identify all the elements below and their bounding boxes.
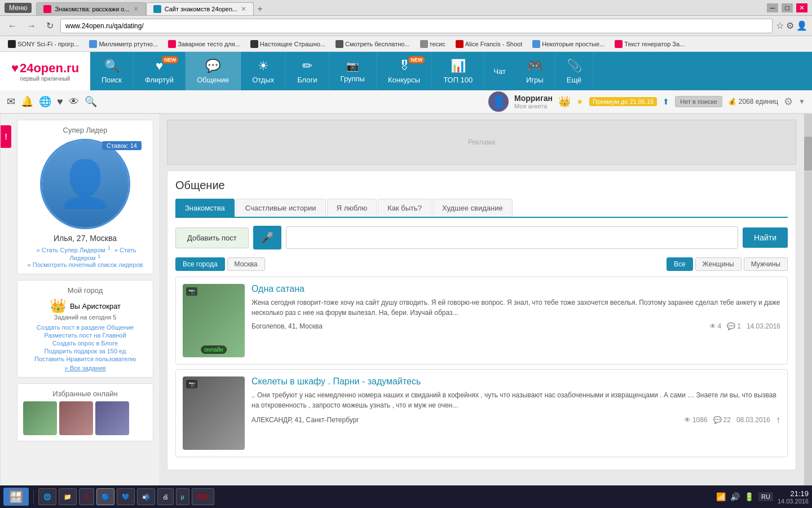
chat-label[interactable]: Чат	[493, 67, 506, 76]
nav-contests[interactable]: NEW 🎖 Конкурсы	[377, 52, 432, 90]
taskbar-skype[interactable]: 💙	[117, 488, 135, 505]
gender-filter-men[interactable]: Мужчины	[744, 257, 788, 271]
reload-button[interactable]: ↻	[43, 19, 57, 32]
taskbar-pdf[interactable]: PDF	[192, 488, 214, 505]
dropdown-arrow[interactable]: ▼	[798, 98, 805, 106]
bookmark-watch[interactable]: Смотреть бесплатно...	[332, 39, 413, 49]
avatar[interactable]: 👤	[488, 91, 509, 112]
task-5[interactable]: Поставить Нравится пользователю	[23, 356, 147, 362]
settings-icon[interactable]: ⚙	[784, 95, 793, 108]
profile-pic-container: 👤 Ставок: 14	[29, 139, 142, 229]
notification-exclaim[interactable]: !	[1, 125, 11, 148]
bookmark-tesis[interactable]: тесис	[417, 39, 449, 49]
new-tab-button[interactable]: +	[254, 3, 266, 15]
post-author-1: Боголепов, 41, Москва	[251, 322, 323, 330]
nav-flirt[interactable]: NEW ♥ Флиртуй	[134, 52, 186, 90]
site-logo[interactable]: ♥ 24open.ru первый приличный	[0, 52, 90, 90]
right-scrollbar[interactable]	[804, 114, 812, 508]
browser-menu-button[interactable]: Меню	[5, 3, 32, 13]
bookmark-sony[interactable]: SONY Sci-Fi - прогр...	[5, 39, 82, 49]
fav-avatar-1[interactable]	[23, 401, 57, 435]
tab-close-2[interactable]: ✕	[241, 5, 246, 13]
view-leaders-link[interactable]: » Посмотреть почетный список лидеров	[28, 261, 143, 268]
add-post-button[interactable]: Добавить пост	[175, 227, 249, 248]
mic-button[interactable]: 🎤	[253, 226, 281, 249]
gender-filter-all[interactable]: Все	[667, 257, 693, 271]
nav-rest[interactable]: ☀ Отдых	[241, 52, 286, 90]
taskbar-print[interactable]: 🖨	[157, 488, 174, 505]
bookmark-zavarnoe[interactable]: Заварное тесто для...	[165, 39, 244, 49]
browser-tab-2[interactable]: Сайт знакомств 24open... ✕	[146, 2, 254, 15]
forward-button[interactable]: →	[24, 20, 39, 32]
globe-icon[interactable]: 🌐	[39, 95, 51, 108]
heart-icon[interactable]: ♥	[57, 96, 63, 108]
status-button[interactable]: Нет в поиске	[675, 96, 722, 107]
bookmark-button[interactable]: ☆	[776, 20, 784, 31]
tab-dating[interactable]: Знакомства	[175, 199, 235, 217]
user-bar-icons: ✉ 🔔 🌐 ♥ 👁 🔍	[7, 95, 97, 108]
taskbar-utorrent[interactable]: µ	[176, 488, 189, 505]
post-title-1[interactable]: Одна сатана	[251, 284, 780, 294]
star-button[interactable]: ⚙	[786, 20, 794, 31]
back-button[interactable]: ←	[5, 20, 20, 32]
nav-more[interactable]: 📎 Ещё	[555, 52, 594, 90]
profile-picture[interactable]: 👤	[40, 139, 130, 229]
fav-avatar-2[interactable]	[59, 401, 93, 435]
minimize-button[interactable]: ─	[767, 3, 778, 12]
become-super-leader-link[interactable]: » Стать Супер Лидером	[37, 247, 105, 253]
gender-filter-women[interactable]: Женщины	[695, 257, 742, 271]
city-filter-all[interactable]: Все города	[175, 257, 225, 271]
nav-search[interactable]: 🔍 Поиск	[90, 52, 134, 90]
bookmark-icon-textgen	[615, 40, 623, 48]
nav-games[interactable]: 🎮 Игры	[515, 52, 555, 90]
task-2[interactable]: Разместить пост на Главной	[23, 332, 147, 339]
taskbar-ie[interactable]: 🌐	[38, 488, 56, 505]
bookmark-scary[interactable]: Настоящее Страшно...	[247, 39, 329, 49]
mail-icon[interactable]: ✉	[7, 95, 15, 108]
taskbar-opera[interactable]: O	[79, 488, 94, 505]
user-button[interactable]: 👤	[796, 20, 807, 31]
up-arrow-post2[interactable]: ↑	[776, 415, 780, 425]
tab-howto[interactable]: Как быть?	[378, 199, 431, 217]
tab-love[interactable]: Я люблю	[327, 199, 377, 217]
browser-tab-1[interactable]: Знакомства: расскажи о... ✕	[36, 2, 145, 15]
language-button[interactable]: RU	[758, 492, 773, 501]
groups-nav-icon: 📷	[346, 60, 359, 72]
fav-avatar-3[interactable]	[95, 401, 129, 435]
address-bar[interactable]	[60, 19, 773, 33]
task-1[interactable]: Создать пост в разделе Общение	[23, 324, 147, 331]
nav-blogs[interactable]: ✏ Блоги	[286, 52, 329, 90]
tab-worst[interactable]: Худшее свидание	[433, 199, 513, 217]
nav-chat[interactable]: 💬 Общение	[186, 52, 241, 90]
bookmark-millimeter[interactable]: Миллиметр ртутно...	[86, 39, 161, 49]
taskbar-mail[interactable]: 📬	[137, 488, 155, 505]
task-3[interactable]: Создать опрос в Блоге	[23, 340, 147, 347]
city-filter-moscow[interactable]: Москва	[227, 257, 265, 271]
nav-top100[interactable]: 📊 ТОП 100	[432, 52, 484, 90]
start-button[interactable]: 🪟	[3, 488, 29, 506]
taskbar-chrome[interactable]: 🔵	[96, 488, 114, 505]
browser-toolbar: ← → ↻ ☆ ⚙ 👤	[0, 16, 812, 36]
tab-happy[interactable]: Счастливые истории	[236, 199, 326, 217]
bell-icon[interactable]: 🔔	[21, 95, 33, 108]
bookmark-nekot[interactable]: Некоторые простые...	[529, 39, 608, 49]
all-tasks-link[interactable]: » Все задания	[23, 365, 147, 371]
bookmark-alice[interactable]: Alice Francis - Shoot	[452, 39, 526, 49]
city-filters: Все города Москва	[175, 257, 265, 271]
maximize-button[interactable]: □	[782, 3, 793, 12]
views-icon-2: 👁	[684, 416, 691, 424]
close-button[interactable]: ✕	[796, 3, 807, 12]
scrollbar-thumb[interactable]	[804, 137, 812, 170]
post-title-2[interactable]: Скелеты в шкафу . Парни - задумайтесь	[251, 376, 780, 387]
eye-icon[interactable]: 👁	[69, 96, 79, 108]
search-icon[interactable]: 🔍	[85, 95, 97, 108]
clock-time: 21:19	[778, 489, 809, 498]
bookmark-textgen[interactable]: Текст генератор За...	[611, 39, 688, 49]
taskbar-clock: 21:19 14.03.2016	[778, 489, 809, 505]
find-button[interactable]: Найти	[743, 227, 788, 248]
tab-close-1[interactable]: ✕	[133, 5, 139, 13]
search-input[interactable]	[286, 226, 738, 249]
task-4[interactable]: Подарить подарок за 150 ед	[23, 348, 147, 354]
taskbar-explorer[interactable]: 📁	[59, 488, 77, 505]
nav-groups[interactable]: 📷 Группы	[329, 52, 377, 90]
